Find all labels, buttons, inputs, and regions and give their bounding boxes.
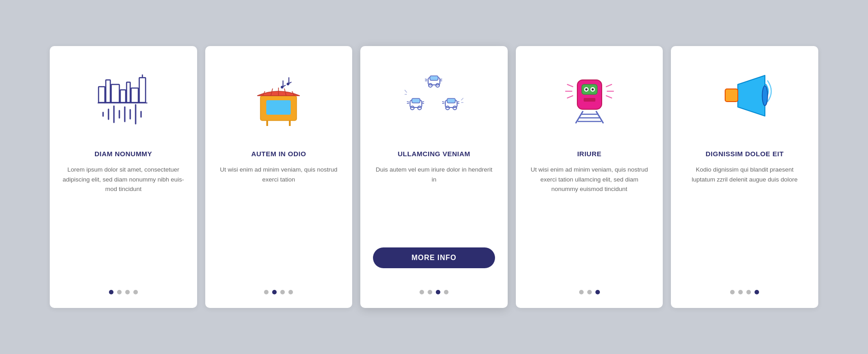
cards-container: DIAM NONUMMY Lorem ipsum dolor sit amet,…: [50, 46, 818, 308]
svg-rect-37: [412, 98, 420, 103]
svg-rect-18: [266, 100, 291, 115]
card-5: DIGNISSIM DOLOE EIT Kodio dignissim qui …: [671, 46, 818, 308]
svg-rect-29: [430, 76, 438, 80]
card-2: AUTEM IN ODIO Ut wisi enim ad minim veni…: [205, 46, 353, 308]
dot: [288, 290, 293, 294]
svg-line-34: [440, 79, 442, 79]
svg-rect-5: [131, 88, 138, 102]
svg-rect-75: [725, 89, 738, 102]
svg-line-68: [567, 84, 573, 87]
dot: [579, 290, 584, 294]
dot: [280, 290, 285, 294]
card-3: ULLAMCING VENIAM Duis autem vel eum iriu…: [360, 46, 508, 308]
dot: [444, 290, 448, 294]
svg-point-60: [585, 88, 587, 91]
svg-point-24: [281, 86, 283, 88]
card-4-dots: [579, 277, 600, 294]
card-4-text: Ut wisi enim ad minim veniam, quis nostr…: [528, 165, 651, 221]
svg-rect-45: [447, 98, 455, 103]
svg-line-70: [567, 96, 573, 98]
card-2-dots: [264, 277, 293, 294]
svg-rect-62: [584, 98, 595, 102]
dot: [117, 290, 122, 294]
svg-line-32: [425, 79, 427, 79]
card-4: IRIURE Ut wisi enim ad minim veniam, qui…: [516, 46, 663, 308]
card-5-dots: [730, 277, 759, 294]
card-2-icon: [242, 64, 315, 136]
card-3-dots: [420, 277, 448, 294]
dot: [730, 290, 735, 294]
dot: [109, 290, 113, 294]
dot: [595, 290, 600, 294]
card-5-title: DIGNISSIM DOLOE EIT: [706, 150, 784, 158]
dot: [264, 290, 269, 294]
svg-line-48: [442, 102, 444, 102]
card-1-text: Lorem ipsum dolor sit amet, consectetuer…: [62, 165, 184, 221]
card-5-icon: [708, 64, 781, 136]
dot: [420, 290, 424, 294]
card-3-icon: [398, 64, 470, 136]
svg-rect-4: [127, 82, 130, 102]
svg-rect-6: [139, 78, 146, 102]
card-4-icon: [553, 64, 626, 136]
svg-point-61: [591, 88, 594, 91]
dot: [746, 290, 751, 294]
dot: [755, 290, 759, 294]
dot: [125, 290, 130, 294]
dot: [133, 290, 138, 294]
card-5-text: Kodio dignissim qui blandit praesent lup…: [684, 165, 806, 221]
svg-line-71: [606, 84, 612, 87]
more-info-button[interactable]: MORE INFO: [373, 247, 495, 268]
dot: [738, 290, 743, 294]
svg-marker-74: [738, 75, 765, 116]
card-3-text: Duis autem vel eum iriure dolor in hendr…: [373, 165, 495, 238]
dot: [587, 290, 592, 294]
card-4-title: IRIURE: [577, 150, 602, 158]
card-1-icon: [87, 64, 160, 136]
card-3-title: ULLAMCING VENIAM: [398, 150, 471, 158]
svg-line-52: [405, 90, 407, 93]
dot: [272, 290, 277, 294]
card-1: DIAM NONUMMY Lorem ipsum dolor sit amet,…: [50, 46, 197, 308]
svg-rect-2: [111, 84, 119, 102]
svg-rect-0: [99, 87, 105, 102]
card-1-dots: [109, 277, 138, 294]
dot: [428, 290, 432, 294]
card-1-title: DIAM NONUMMY: [94, 150, 152, 158]
svg-rect-1: [106, 80, 110, 102]
svg-line-50: [457, 102, 459, 102]
card-2-text: Ut wisi enim ad minim veniam, quis nostr…: [218, 165, 340, 221]
svg-line-54: [461, 98, 463, 100]
svg-point-76: [762, 86, 768, 106]
card-2-title: AUTEM IN ODIO: [251, 150, 307, 158]
svg-line-42: [422, 102, 424, 102]
svg-rect-3: [120, 90, 126, 102]
svg-line-40: [407, 102, 409, 102]
svg-point-25: [287, 83, 289, 85]
dot: [436, 290, 440, 294]
svg-line-73: [606, 96, 612, 98]
